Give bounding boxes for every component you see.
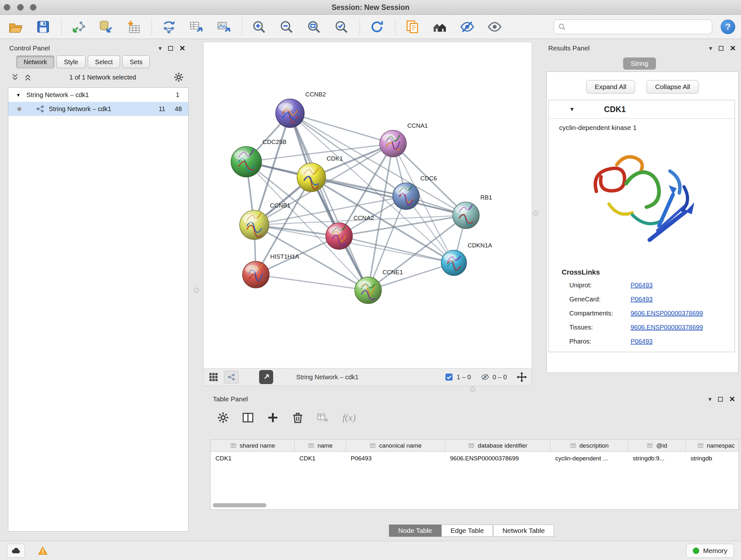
show-all-button[interactable] — [485, 17, 504, 37]
tab-select[interactable]: Select — [88, 56, 120, 68]
zoom-in-button[interactable] — [249, 17, 269, 37]
network-node-hist1h1a[interactable] — [243, 261, 269, 288]
refresh-button[interactable] — [367, 17, 387, 37]
first-neighbors-button[interactable] — [430, 17, 450, 37]
table-cell: CDK1 — [294, 452, 346, 465]
left-splitter-handle[interactable] — [194, 288, 199, 293]
network-edge[interactable] — [256, 274, 368, 290]
panel-collapse-icon[interactable]: ▾ — [709, 396, 712, 402]
add-column-icon[interactable] — [266, 411, 279, 424]
warnings-button[interactable] — [34, 544, 52, 558]
section-collapse-icon[interactable]: ▼ — [569, 106, 575, 113]
panel-close-icon[interactable]: ✕ — [730, 45, 736, 52]
column-header-shared-name[interactable]: shared name — [211, 440, 294, 451]
network-overview-button[interactable] — [224, 371, 239, 383]
collapse-all-icon[interactable] — [10, 73, 19, 82]
panel-close-icon[interactable]: ✕ — [729, 395, 735, 403]
export-table-button[interactable] — [186, 17, 206, 37]
hidden-counts: 0 – 0 — [481, 373, 507, 381]
expand-all-icon[interactable] — [23, 73, 32, 82]
network-canvas[interactable]: CCNB2CCNA1CDC25BCDK1CDC6RB1CCNB1CCNA2CDK… — [204, 42, 532, 368]
help-button[interactable]: ? — [721, 19, 735, 34]
tab-node-table[interactable]: Node Table — [389, 524, 441, 537]
network-node-cdkn1a[interactable] — [441, 250, 467, 275]
tab-edge-table[interactable]: Edge Table — [441, 524, 493, 537]
table-cell: P06493 — [346, 452, 445, 465]
zoom-selected-button[interactable] — [332, 17, 351, 37]
network-edge[interactable] — [290, 113, 393, 144]
column-header--id[interactable]: @id — [628, 440, 686, 451]
column-header-description[interactable]: description — [550, 440, 628, 451]
new-network-button[interactable] — [159, 17, 179, 37]
save-session-button[interactable] — [33, 17, 53, 37]
column-type-icon — [369, 442, 376, 449]
export-image-button[interactable] — [214, 17, 233, 37]
table-settings-gear-icon[interactable] — [217, 411, 229, 424]
horizontal-scrollbar[interactable] — [213, 503, 266, 507]
column-header-namespac[interactable]: namespac — [686, 440, 739, 451]
open-session-button[interactable] — [6, 17, 25, 37]
detach-view-button[interactable] — [259, 370, 273, 384]
memory-button[interactable]: Memory — [686, 544, 734, 558]
protein-section-header[interactable]: ▼ CDK1 — [549, 100, 735, 119]
search-input[interactable] — [569, 23, 708, 31]
tab-style[interactable]: Style — [57, 56, 85, 68]
panel-collapse-icon[interactable]: ▾ — [158, 45, 162, 51]
network-row-selected[interactable]: String Network – cdk1 11 48 — [8, 102, 188, 116]
delete-column-icon[interactable] — [291, 411, 304, 424]
panel-collapse-icon[interactable]: ▾ — [709, 45, 712, 51]
tab-network[interactable]: Network — [16, 56, 54, 68]
zoom-out-button[interactable] — [277, 17, 296, 37]
close-window-button[interactable] — [4, 4, 10, 10]
collapse-all-button[interactable]: Collapse All — [647, 80, 699, 94]
tab-network-table[interactable]: Network Table — [493, 524, 554, 537]
panel-float-icon[interactable] — [719, 46, 724, 51]
zoom-window-button[interactable] — [30, 4, 37, 10]
crosslink-value-link[interactable]: 9606.ENSP00000378699 — [630, 310, 703, 317]
import-network-file-button[interactable] — [69, 17, 88, 37]
column-header-canonical-name[interactable]: canonical name — [346, 440, 445, 451]
crosslink-value-link[interactable]: P06493 — [630, 338, 653, 345]
panel-close-icon[interactable]: ✕ — [179, 45, 185, 52]
panel-float-icon[interactable] — [718, 397, 723, 401]
network-node-cdk1[interactable] — [297, 163, 326, 192]
selected-checkbox-icon[interactable] — [445, 373, 454, 381]
column-header-database-identifier[interactable]: database identifier — [445, 440, 550, 451]
tree-expand-icon[interactable]: ▼ — [16, 92, 21, 98]
network-node-ccna1[interactable] — [380, 130, 406, 157]
clipboard-button[interactable] — [402, 17, 422, 37]
hidden-eye-icon[interactable] — [481, 373, 489, 381]
import-table-button[interactable] — [124, 17, 143, 37]
gear-icon[interactable] — [173, 72, 184, 83]
network-node-ccna2[interactable] — [326, 223, 353, 249]
cloud-button[interactable] — [7, 544, 25, 558]
network-node-cdc6[interactable] — [393, 183, 419, 210]
network-edge[interactable] — [290, 113, 368, 290]
tab-string[interactable]: String — [623, 57, 656, 70]
right-splitter-handle[interactable] — [533, 211, 538, 216]
show-columns-icon[interactable] — [242, 411, 254, 424]
birdseye-view-icon[interactable] — [208, 372, 219, 382]
bottom-splitter-handle[interactable] — [470, 387, 475, 392]
zoom-fit-button[interactable] — [304, 17, 324, 37]
crosslink-value-link[interactable]: 9606.ENSP00000378699 — [630, 324, 703, 331]
tab-sets[interactable]: Sets — [122, 56, 150, 68]
crosslink-value-link[interactable]: P06493 — [630, 296, 653, 303]
import-network-database-button[interactable] — [96, 17, 116, 37]
network-node-rb1[interactable] — [453, 202, 479, 229]
hide-selected-button[interactable] — [457, 17, 477, 37]
network-node-ccnb2[interactable] — [276, 99, 305, 128]
network-node-ccne1[interactable] — [355, 277, 382, 304]
panel-float-icon[interactable] — [168, 46, 173, 51]
network-node-ccnb1[interactable] — [240, 210, 269, 240]
expand-all-button[interactable]: Expand All — [586, 80, 635, 94]
network-edge[interactable] — [339, 236, 454, 263]
network-collection-row[interactable]: ▼ String Network – cdk1 1 — [8, 88, 188, 102]
pan-crosshair-icon[interactable] — [516, 372, 527, 382]
column-header-name[interactable]: name — [294, 440, 346, 451]
search-box[interactable] — [554, 19, 712, 34]
network-node-cdc25b[interactable] — [231, 146, 262, 177]
crosslink-value-link[interactable]: P06493 — [630, 282, 653, 289]
table-row[interactable]: CDK1CDK1P064939606.ENSP00000378699cyclin… — [211, 452, 738, 465]
minimize-window-button[interactable] — [17, 4, 23, 10]
